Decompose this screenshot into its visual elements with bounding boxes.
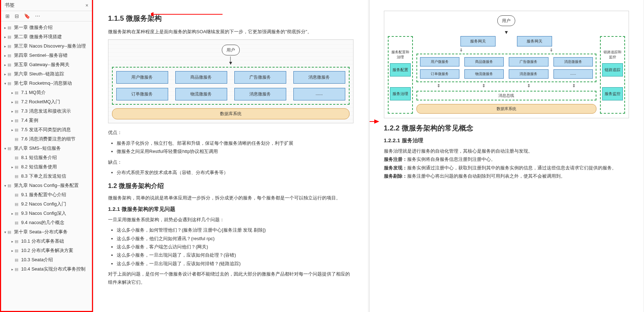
bookmark-item[interactable]: ▸▤第二章 微服务环境搭建 xyxy=(1,32,92,41)
page-icon: ▤ xyxy=(15,137,20,142)
intro-text: 微服务架构在某种程度上是面向服务的架构SOA继续发展的下一步，它更加强调服务的"… xyxy=(108,28,353,36)
bookmark-item[interactable]: ▸▤10.4 Seata实现分布式事务控制 xyxy=(1,264,92,274)
section-heading: 1.1.5 微服务架构 xyxy=(108,14,353,23)
user-node: 用户 xyxy=(497,15,515,26)
bookmark-item[interactable]: ▾▤第十章 Seata--分布式事务 xyxy=(1,227,92,237)
bookmark-item[interactable]: ▸▤10.2 分布式事务解决方案 xyxy=(1,246,92,255)
list-item: 微服务之间采用Restful等轻量级http协议相互调用 xyxy=(117,147,353,155)
section-heading: 1.2 微服务架构介绍 xyxy=(108,182,353,190)
bookmark-item[interactable]: ▸▤第一章 微服务介绍 xyxy=(1,23,92,32)
paragraph: 一旦采用微服务系统架构，就势必会遇到这样几个问题： xyxy=(108,216,353,224)
database-bar: 数据库系统 xyxy=(416,104,597,114)
page-icon: ▤ xyxy=(15,165,20,169)
bookmark-item[interactable]: ▤9.4 nacos的几个概念 xyxy=(1,218,92,227)
service-box: 消息微服务 xyxy=(553,57,593,66)
bookmarks-panel: 书签 × ⊞ ⊟ 🔖 ⋯ ▸▤第一章 微服务介绍▸▤第二章 微服务环境搭建▸▤第… xyxy=(0,0,93,312)
section-heading: 1.2.2.1 服务治理 xyxy=(384,137,629,144)
bookmark-item[interactable]: ▤9.2 Nacos Config入门 xyxy=(1,199,92,209)
page-icon: ▤ xyxy=(8,72,13,76)
collapse-icon[interactable]: ⊟ xyxy=(15,13,19,19)
gateway-box: 服务网关 xyxy=(460,36,496,46)
expand-icon[interactable]: ⊞ xyxy=(5,13,10,19)
bookmark-item[interactable]: ▸▤7.2 RocketMQ入门 xyxy=(1,97,92,107)
bookmark-item[interactable]: ▸▤7.5 发送不同类型的消息 xyxy=(1,125,92,134)
bookmark-item[interactable]: ▸▤第五章 Gateway--服务网关 xyxy=(1,60,92,69)
section-heading: 1.2.2 微服务架构的常见概念 xyxy=(384,123,629,133)
paragraph: 服务治理就是进行服务的自动化管理，其核心是服务的自动注册与发现。 xyxy=(384,147,629,155)
bookmark-label: 10.4 Seata实现分布式事务控制 xyxy=(21,266,86,272)
page-icon: ▤ xyxy=(15,109,20,114)
pros-label: 优点： xyxy=(108,128,353,137)
bookmarks-tree[interactable]: ▸▤第一章 微服务介绍▸▤第二章 微服务环境搭建▸▤第三章 Nacos Disc… xyxy=(1,21,92,311)
page-icon: ▤ xyxy=(8,81,13,86)
bookmark-label: 9.3 Nacos Config深入 xyxy=(21,210,66,217)
bookmark-item[interactable]: ▤7.6 消息消费要注意的细节 xyxy=(1,134,92,144)
service-box: 用户微服务 xyxy=(116,71,168,84)
bookmark-item[interactable]: ▸▤7.3 消息发送和接收演示 xyxy=(1,107,92,116)
list-item: 分布式系统开发的技术成本高（容错、分布式事务等） xyxy=(117,168,353,177)
arrow-down-icon: │▼ xyxy=(112,58,350,65)
options-icon[interactable]: ⋯ xyxy=(35,13,40,19)
architecture-diagram-2: 用户 ▼ 服务配置和治理 服务配置 服务治理 服务网关服务网关 ⇓⇓ 用户微服务… xyxy=(384,11,629,118)
bookmark-item[interactable]: ▸▤第三章 Nacos Discovery--服务治理 xyxy=(1,41,92,51)
caret-icon: ▾ xyxy=(3,81,8,85)
bookmark-label: 第十章 Seata--分布式事务 xyxy=(14,229,68,235)
bookmark-item[interactable]: ▾▤第七章 Rocketmq--消息驱动 xyxy=(1,79,92,88)
caret-icon: ▸ xyxy=(10,128,15,132)
page-icon: ▤ xyxy=(8,146,13,151)
page-left: 1.1.5 微服务架构 微服务架构在某种程度上是面向服务的架构SOA继续发展的下… xyxy=(94,0,368,312)
service-governance-box: 服务治理 xyxy=(390,87,411,100)
page-icon: ▤ xyxy=(8,230,13,234)
questions-list: 这么多小服务，如何管理他们？(服务治理 注册中心[服务注册 发现 剔除])这么多… xyxy=(108,226,353,268)
service-box: 广告微服务 xyxy=(509,57,548,66)
right-side-group: 链路追踪和监控 链路追踪 服务监控 xyxy=(600,36,625,114)
annotation-arrow xyxy=(369,118,380,125)
sidebar-title: 书签 xyxy=(5,2,15,9)
services-group: 用户微服务商品微服务广告微服务消息微服务 订单微服务物流微服务消息微服务....… xyxy=(112,67,350,105)
bookmark-label: 9.4 nacos的几个概念 xyxy=(21,219,64,226)
bookmark-item[interactable]: ▸▤9.3 Nacos Config深入 xyxy=(1,209,92,218)
bookmark-label: 7.3 消息发送和接收演示 xyxy=(21,108,71,114)
service-box: ...... xyxy=(553,69,593,79)
bookmark-item[interactable]: ▸▤7.1 MQ简介 xyxy=(1,88,92,97)
bookmark-item[interactable]: ▤8.1 短信服务介绍 xyxy=(1,153,92,162)
bookmark-label: 7.1 MQ简介 xyxy=(21,89,46,96)
page-icon: ▤ xyxy=(8,63,13,67)
paragraph: 服务发现：服务实例通过注册中心，获取到注册到其中的服务实例的信息，通过这些信息去… xyxy=(384,164,629,172)
bookmark-item[interactable]: ▸▤8.2 短信服务使用 xyxy=(1,162,92,172)
message-bus: 消息总线 xyxy=(416,91,597,100)
page-icon: ▤ xyxy=(15,118,20,123)
service-config-box: 服务配置 xyxy=(390,63,411,76)
paragraph: 微服务架构，简单的说就是将单体应用进一步拆分，拆分成更小的服务，每个服务都是一个… xyxy=(108,194,353,202)
bookmark-item[interactable]: ▸▤第四章 Sentinel--服务容错 xyxy=(1,51,92,60)
bookmark-icon[interactable]: 🔖 xyxy=(24,13,30,19)
bookmark-label: 第八章 SMS--短信服务 xyxy=(14,145,61,152)
close-icon[interactable]: × xyxy=(86,3,88,8)
caret-icon: ▸ xyxy=(3,35,8,39)
bookmark-item[interactable]: ▸▤7.4 案例 xyxy=(1,116,92,125)
page-icon: ▤ xyxy=(15,155,20,160)
cons-list: 分布式系统开发的技术成本高（容错、分布式事务等） xyxy=(108,168,353,177)
page-icon: ▤ xyxy=(15,90,20,95)
bookmark-item[interactable]: ▸▤第六章 Sleuth--链路追踪 xyxy=(1,69,92,79)
bookmark-label: 第四章 Sentinel--服务容错 xyxy=(14,52,68,59)
page-icon: ▤ xyxy=(8,35,13,39)
bookmark-item[interactable]: ▤8.3 下单之后发送短信 xyxy=(1,172,92,181)
user-node: 用户 xyxy=(222,45,240,55)
page-icon: ▤ xyxy=(15,211,20,216)
bookmark-item[interactable]: ▾▤第八章 SMS--短信服务 xyxy=(1,144,92,153)
bookmark-item[interactable]: ▾▤第九章 Nacos Config--服务配置 xyxy=(1,181,92,190)
page-icon: ▤ xyxy=(15,239,20,244)
page-icon: ▤ xyxy=(15,248,20,253)
list-item: 这么多小服务，如何管理他们？(服务治理 注册中心[服务注册 发现 剔除]) xyxy=(117,226,353,234)
bookmark-item[interactable]: ▸▤10.1 分布式事务基础 xyxy=(1,237,92,246)
tracing-box: 链路追踪 xyxy=(602,63,623,76)
bookmark-label: 9.1 服务配置中心介绍 xyxy=(21,192,66,198)
bookmark-label: 第二章 微服务环境搭建 xyxy=(14,34,62,40)
bookmark-item[interactable]: ▤10.3 Seata介绍 xyxy=(1,255,92,264)
bookmark-label: 7.2 RocketMQ入门 xyxy=(21,99,60,105)
list-item: 这么多小服务，他们之间如何通讯？(restful rpc) xyxy=(117,234,353,243)
service-box: 物流微服务 xyxy=(175,88,227,100)
bookmark-item[interactable]: ▤9.1 服务配置中心介绍 xyxy=(1,190,92,199)
service-box: 用户微服务 xyxy=(420,57,459,66)
